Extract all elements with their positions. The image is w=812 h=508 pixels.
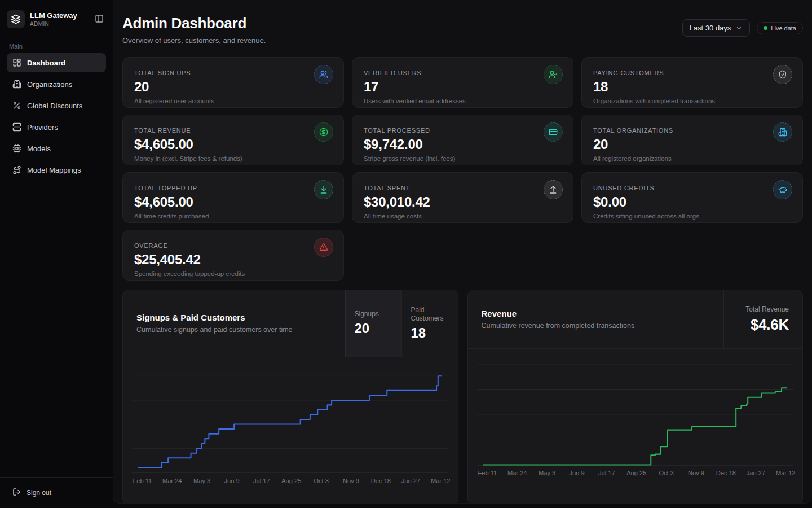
stat-value: 20 [593, 137, 791, 152]
stat-value: $30,010.42 [364, 194, 562, 210]
sidebar-header: LLM Gateway ADMIN [0, 7, 113, 36]
chart-legend-toggles: Signups20Paid Customers18 [345, 290, 458, 357]
sidebar-item-label: Providers [27, 123, 58, 132]
stat-description: All registered user accounts [134, 98, 332, 104]
sidebar: LLM Gateway ADMIN Main DashboardOrganiza… [0, 0, 113, 508]
stat-label: TOTAL PROCESSED [364, 127, 562, 134]
cpu-icon [12, 144, 21, 153]
stat-description: All registered organizations [593, 155, 791, 162]
revenue-chart-card: Revenue Cumulative revenue from complete… [467, 290, 804, 504]
stat-label: TOTAL REVENUE [134, 127, 332, 134]
panel-left-icon [95, 14, 104, 25]
revenue-chart-header: Revenue Cumulative revenue from complete… [468, 290, 803, 349]
signups-chart-title: Signups & Paid Customers [136, 313, 293, 322]
sidebar-item-model-mappings[interactable]: Model Mappings [7, 160, 106, 179]
sidebar-item-providers[interactable]: Providers [7, 117, 106, 137]
stat-label: PAYING CUSTOMERS [593, 69, 791, 76]
stat-label: OVERAGE [134, 242, 332, 249]
stats-grid: TOTAL SIGN UPS20All registered user acco… [122, 57, 803, 281]
stat-card-total-processed: TOTAL PROCESSED$9,742.00Stripe gross rev… [352, 115, 573, 165]
user-check-icon [544, 65, 563, 84]
revenue-chart-subtitle: Cumulative revenue from completed transa… [482, 322, 635, 330]
signups-chart[interactable]: Feb 11Mar 24May 3Jun 9Jul 17Aug 25Oct 3N… [123, 357, 458, 504]
stat-description: Organizations with completed transaction… [593, 98, 791, 104]
signups-chart-plot: Feb 11Mar 24May 3Jun 9Jul 17Aug 25Oct 3N… [123, 357, 458, 504]
sidebar-item-label: Dashboard [27, 59, 65, 67]
building-icon [773, 122, 792, 142]
page-subtitle: Overview of users, customers, and revenu… [122, 36, 266, 45]
sidebar-item-label: Global Discounts [27, 102, 82, 110]
total-revenue-block: Total Revenue $4.6K [723, 290, 802, 348]
stat-label: TOTAL ORGANIZATIONS [593, 127, 791, 134]
dashboard-icon [12, 58, 21, 67]
upload-icon [544, 180, 563, 199]
percent-icon [12, 101, 21, 110]
legend-toggle-paid-customers[interactable]: Paid Customers18 [401, 290, 458, 357]
revenue-chart[interactable]: Feb 11Mar 24May 3Jun 9Jul 17Aug 25Oct 3N… [468, 349, 803, 504]
svg-text:Feb 11: Feb 11 [133, 478, 152, 484]
date-range-select[interactable]: Last 30 days [682, 19, 751, 37]
stat-value: 20 [134, 79, 332, 95]
svg-text:Oct 3: Oct 3 [314, 478, 329, 484]
stat-value: $0.00 [593, 194, 791, 210]
credit-card-icon [544, 122, 563, 142]
stat-card-total-topped-up: TOTAL TOPPED UP$4,605.00All-time credits… [122, 172, 344, 223]
sidebar-item-organizations[interactable]: Organizations [7, 75, 106, 94]
sidebar-item-dashboard[interactable]: Dashboard [7, 53, 106, 72]
revenue-chart-plot: Feb 11Mar 24May 3Jun 9Jul 17Aug 25Oct 3N… [468, 349, 803, 504]
revenue-chart-title: Revenue [482, 309, 635, 318]
stat-card-unused-credits: UNUSED CREDITS$0.00Credits sitting unuse… [581, 172, 803, 223]
svg-text:Jul 17: Jul 17 [598, 470, 615, 477]
alert-triangle-icon [314, 238, 333, 257]
sidebar-item-label: Organizations [27, 80, 72, 89]
stat-label: TOTAL TOPPED UP [134, 185, 332, 191]
sidebar-item-global-discounts[interactable]: Global Discounts [7, 96, 106, 115]
svg-text:Dec 18: Dec 18 [371, 478, 391, 484]
route-icon [12, 165, 21, 174]
svg-text:Nov 9: Nov 9 [343, 478, 359, 484]
stat-description: Users with verified email addresses [364, 98, 562, 104]
svg-text:Jan 27: Jan 27 [746, 470, 765, 477]
stat-value: $9,742.00 [364, 137, 562, 152]
signups-chart-header: Signups & Paid Customers Cumulative sign… [123, 290, 458, 357]
stat-card-total-sign-ups: TOTAL SIGN UPS20All registered user acco… [122, 57, 344, 108]
users-icon [314, 65, 333, 84]
svg-text:Oct 3: Oct 3 [659, 470, 674, 477]
sidebar-nav: DashboardOrganizationsGlobal DiscountsPr… [0, 53, 113, 179]
signups-chart-subtitle: Cumulative signups and paid customers ov… [136, 326, 293, 334]
live-data-badge: Live data [757, 22, 803, 34]
stat-value: 18 [593, 79, 791, 95]
stat-description: All-time credits purchased [134, 213, 332, 220]
piggy-bank-icon [773, 180, 792, 199]
svg-text:Jul 17: Jul 17 [253, 478, 270, 484]
svg-text:Feb 11: Feb 11 [478, 470, 497, 477]
stat-value: $4,605.00 [134, 194, 332, 210]
svg-text:Jun 9: Jun 9 [224, 478, 239, 484]
stat-value: 17 [364, 79, 562, 95]
live-dot-icon [764, 26, 767, 30]
signups-chart-card: Signups & Paid Customers Cumulative sign… [122, 290, 458, 504]
stat-description: Stripe gross revenue (incl. fees) [364, 155, 562, 162]
chevron-down-icon [735, 24, 743, 32]
sidebar-footer: Sign out [0, 477, 113, 502]
sidebar-collapse-button[interactable] [92, 12, 106, 27]
sidebar-item-models[interactable]: Models [7, 139, 106, 158]
sign-out-button[interactable]: Sign out [7, 483, 57, 502]
svg-text:Mar 12: Mar 12 [431, 478, 451, 484]
app-role: ADMIN [30, 21, 87, 27]
sign-out-label: Sign out [27, 489, 51, 497]
stat-description: Credits sitting unused across all orgs [593, 213, 791, 220]
sidebar-item-label: Models [27, 144, 51, 153]
stat-description: All-time usage costs [364, 213, 562, 220]
stat-label: TOTAL SIGN UPS [134, 69, 332, 76]
dollar-circle-icon [314, 122, 333, 142]
log-out-icon [12, 488, 21, 498]
legend-toggle-signups[interactable]: Signups20 [345, 290, 401, 357]
legend-value: 18 [411, 325, 449, 341]
stat-value: $25,405.42 [134, 252, 332, 268]
svg-text:Nov 9: Nov 9 [688, 470, 704, 477]
svg-text:May 3: May 3 [193, 478, 210, 484]
stat-card-total-spent: TOTAL SPENT$30,010.42All-time usage cost… [352, 172, 573, 223]
total-revenue-label: Total Revenue [745, 305, 789, 313]
stat-card-total-revenue: TOTAL REVENUE$4,605.00Money in (excl. St… [122, 115, 344, 165]
